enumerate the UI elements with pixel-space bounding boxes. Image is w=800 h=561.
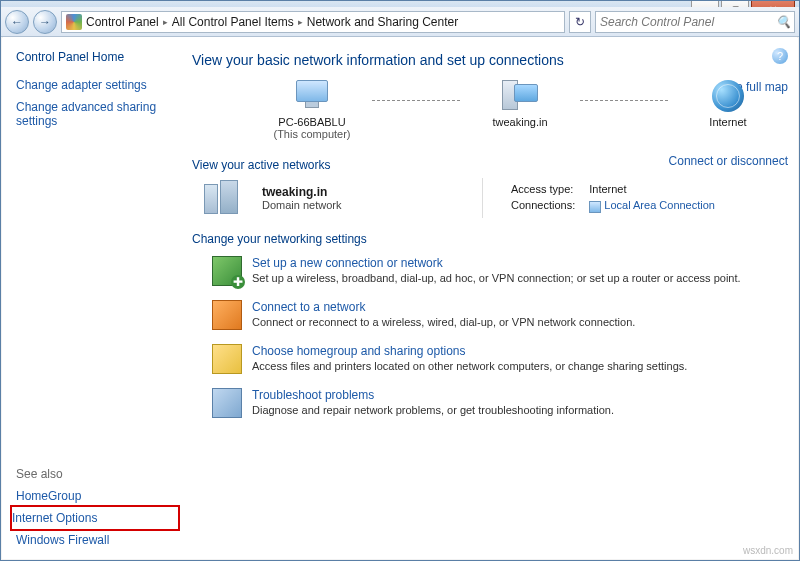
control-panel-icon [66,14,82,30]
search-box[interactable]: Search Control Panel 🔍 [595,11,795,33]
lan-icon [589,201,601,213]
main-panel: ? View your basic network information an… [182,38,798,559]
tasks-list: Set up a new connection or network Set u… [192,256,788,418]
internet-options-link[interactable]: Internet Options [10,505,180,531]
node-this-pc[interactable]: PC-66BABLU (This computer) [252,80,372,140]
local-area-connection-link[interactable]: Local Area Connection [604,199,715,211]
server-icon [500,80,540,112]
view-active-networks-heading: View your active networks [192,158,331,172]
task-homegroup: Choose homegroup and sharing options Acc… [212,344,788,374]
crumb-network-sharing[interactable]: Network and Sharing Center [307,15,458,29]
homegroup-icon [212,344,242,374]
task-desc: Connect or reconnect to a wireless, wire… [252,316,635,328]
search-icon: 🔍 [776,15,790,29]
crumb-control-panel[interactable]: Control Panel [86,15,159,29]
content-body: Control Panel Home Change adapter settin… [2,38,798,559]
troubleshoot-icon [212,388,242,418]
connection-line [372,100,460,101]
node-sublabel: (This computer) [252,128,372,140]
change-adapter-link[interactable]: Change adapter settings [16,74,174,96]
change-advanced-sharing-link[interactable]: Change advanced sharing settings [16,96,174,132]
see-also-heading: See also [16,467,174,481]
task-desc: Diagnose and repair network problems, or… [252,404,614,416]
setup-connection-link[interactable]: Set up a new connection or network [252,256,443,270]
refresh-button[interactable]: ↻ [569,11,591,33]
node-label: tweaking.in [460,116,580,128]
control-panel-home-link[interactable]: Control Panel Home [16,50,174,64]
connect-network-link[interactable]: Connect to a network [252,300,365,314]
task-desc: Access files and printers located on oth… [252,360,687,372]
sidebar: Control Panel Home Change adapter settin… [2,38,182,559]
change-settings-heading: Change your networking settings [192,232,788,246]
network-info: tweaking.in Domain network [262,185,462,211]
homegroup-sharing-link[interactable]: Choose homegroup and sharing options [252,344,465,358]
homegroup-link[interactable]: HomeGroup [16,485,174,507]
watermark: wsxdn.com [743,545,793,556]
active-network: Connect or disconnect tweaking.in Domain… [202,178,788,218]
connect-disconnect-link[interactable]: Connect or disconnect [669,154,788,168]
connections-key: Connections: [505,198,581,213]
connect-network-icon [212,300,242,330]
task-desc: Set up a wireless, broadband, dial-up, a… [252,272,741,284]
crumb-all-items[interactable]: All Control Panel Items [172,15,294,29]
divider [482,178,483,218]
task-troubleshoot: Troubleshoot problems Diagnose and repai… [212,388,788,418]
computer-icon [293,80,331,112]
task-connect-network: Connect to a network Connect or reconnec… [212,300,788,330]
troubleshoot-link[interactable]: Troubleshoot problems [252,388,374,402]
nav-bar: ← → Control Panel▸ All Control Panel Ite… [1,7,799,37]
address-bar[interactable]: Control Panel▸ All Control Panel Items▸ … [61,11,565,33]
search-placeholder: Search Control Panel [600,15,714,29]
chevron-right-icon[interactable]: ▸ [163,17,168,27]
forward-button[interactable]: → [33,10,57,34]
access-type-value: Internet [583,182,721,196]
help-icon[interactable]: ? [772,48,788,64]
windows-firewall-link[interactable]: Windows Firewall [16,529,174,551]
connection-line [580,100,668,101]
node-label: PC-66BABLU [252,116,372,128]
domain-network-icon [202,178,242,218]
globe-icon [712,80,744,112]
network-type: Domain network [262,199,462,211]
setup-connection-icon [212,256,242,286]
window-frame: — ▢ ✕ ← → Control Panel▸ All Control Pan… [0,0,800,561]
network-details: Access type: Internet Connections: Local… [503,180,723,215]
page-title: View your basic network information and … [192,52,788,68]
network-name: tweaking.in [262,185,462,199]
node-domain[interactable]: tweaking.in [460,80,580,128]
task-setup-connection: Set up a new connection or network Set u… [212,256,788,286]
chevron-right-icon[interactable]: ▸ [298,17,303,27]
node-label: Internet [668,116,788,128]
network-map: See full map PC-66BABLU (This computer) … [252,80,788,140]
back-button[interactable]: ← [5,10,29,34]
access-type-key: Access type: [505,182,581,196]
